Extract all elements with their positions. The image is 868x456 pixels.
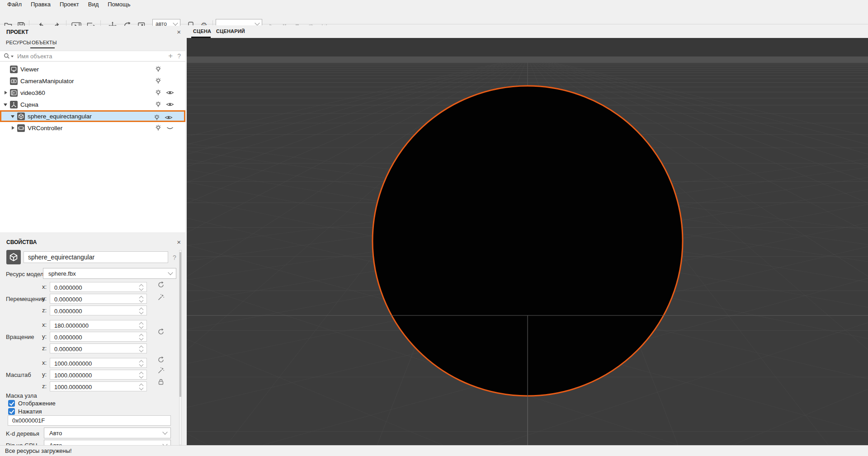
- expand-arrow-icon[interactable]: [11, 114, 15, 118]
- number-input[interactable]: [50, 370, 136, 380]
- kd-trees-select[interactable]: Авто: [44, 428, 171, 438]
- number-field[interactable]: [50, 381, 147, 391]
- eye-icon[interactable]: [165, 100, 175, 108]
- axis-label: x:: [42, 283, 47, 290]
- rig-gpu-label: Rig на GPU: [6, 442, 37, 445]
- spinner-control[interactable]: [139, 371, 144, 379]
- close-icon[interactable]: ×: [177, 28, 181, 36]
- tree-item-sphere_equirectangular[interactable]: sphere_equirectangular: [0, 110, 185, 122]
- number-input[interactable]: [50, 306, 136, 316]
- rig-gpu-value: Авто: [44, 442, 163, 446]
- expand-arrow-icon[interactable]: [11, 126, 15, 130]
- bulb-icon[interactable]: [154, 65, 163, 73]
- mask-hex-input[interactable]: [8, 417, 170, 424]
- mask-hex-field[interactable]: [8, 415, 171, 426]
- status-message: Все ресурсы загружены!: [0, 447, 72, 454]
- tree-item-video360[interactable]: video360: [0, 87, 185, 99]
- add-object-button[interactable]: +: [165, 52, 176, 61]
- spinner-control[interactable]: [139, 383, 144, 391]
- refresh-icon[interactable]: [156, 327, 165, 336]
- properties-panel: СВОЙСТВА × ? Ресурс модели sphere.fbx Пе…: [0, 236, 185, 445]
- viewport-tab-СЦЕНА[interactable]: СЦЕНА: [193, 28, 211, 34]
- number-input[interactable]: [50, 382, 136, 392]
- number-field[interactable]: [50, 306, 147, 315]
- bulb-icon[interactable]: [152, 113, 161, 122]
- scrollbar-thumb[interactable]: [179, 252, 181, 397]
- scene-3d-view[interactable]: [187, 38, 868, 445]
- number-input[interactable]: [50, 282, 136, 292]
- kd-trees-label: K-d деревья: [6, 430, 39, 437]
- scene-icon: [10, 101, 18, 108]
- axis-label: y:: [42, 295, 47, 302]
- bulb-icon[interactable]: [154, 89, 163, 97]
- number-field[interactable]: [50, 320, 147, 330]
- chevron-down-icon: [255, 20, 259, 25]
- refresh-icon[interactable]: [156, 355, 165, 364]
- spinner-control[interactable]: [139, 359, 144, 367]
- wand-icon[interactable]: [156, 366, 165, 375]
- tree-item-label: video360: [20, 89, 45, 96]
- number-field[interactable]: [50, 332, 147, 342]
- spinner-control[interactable]: [139, 307, 144, 315]
- tree-item-label: VRController: [28, 125, 62, 132]
- properties-scrollbar[interactable]: [179, 250, 182, 445]
- number-field[interactable]: [50, 294, 147, 304]
- spinner-control[interactable]: [139, 295, 144, 303]
- search-input[interactable]: [16, 52, 165, 60]
- tree-item-label: CameraManipulator: [20, 78, 74, 85]
- bulb-icon[interactable]: [154, 100, 163, 108]
- number-input[interactable]: [50, 294, 136, 304]
- number-field[interactable]: [50, 370, 147, 380]
- menu-item-1[interactable]: Правка: [26, 0, 55, 9]
- axis-label: z:: [42, 383, 47, 390]
- spinner-control[interactable]: [139, 333, 144, 341]
- menu-item-4[interactable]: Помощь: [103, 0, 135, 9]
- number-input[interactable]: [50, 344, 136, 354]
- name-help-button[interactable]: ?: [173, 254, 176, 261]
- tab-objects[interactable]: ОБЪЕКТЫ: [32, 40, 57, 45]
- help-button[interactable]: ?: [176, 52, 185, 60]
- lock-icon[interactable]: [156, 377, 165, 386]
- expand-arrow-icon[interactable]: [4, 102, 8, 107]
- viewport-tab-СЦЕНАРИЙ[interactable]: СЦЕНАРИЙ: [216, 28, 245, 34]
- tree-item-CameraManipulator[interactable]: CameraManipulator: [0, 75, 185, 87]
- number-field[interactable]: [50, 358, 147, 368]
- bulb-icon[interactable]: [154, 124, 163, 132]
- spinner-control[interactable]: [139, 283, 144, 291]
- number-field[interactable]: [50, 282, 147, 292]
- tree-item-label: Сцена: [20, 101, 38, 108]
- menu-item-0[interactable]: Файл: [3, 0, 26, 9]
- menu-item-2[interactable]: Проект: [55, 0, 84, 9]
- spinner-control[interactable]: [139, 321, 144, 329]
- number-input[interactable]: [50, 332, 136, 342]
- rig-gpu-select[interactable]: Авто: [44, 440, 171, 445]
- bulb-icon[interactable]: [154, 77, 163, 85]
- number-input[interactable]: [50, 320, 136, 330]
- node-name-input[interactable]: [24, 254, 168, 261]
- eye-icon[interactable]: [164, 113, 173, 122]
- close-icon[interactable]: ×: [177, 238, 181, 246]
- expand-arrow-icon[interactable]: [4, 90, 8, 95]
- tree-item-Viewer[interactable]: Viewer: [0, 63, 185, 75]
- click-checkbox[interactable]: [8, 408, 15, 415]
- display-checkbox[interactable]: [8, 400, 15, 407]
- eye-closed-icon[interactable]: [165, 124, 175, 132]
- tree-item-Сцена[interactable]: Сцена: [0, 99, 185, 110]
- tree-item-VRController[interactable]: VRController: [0, 122, 185, 134]
- chevron-down-icon: [173, 20, 178, 25]
- number-field[interactable]: [50, 343, 147, 353]
- viewport: СЦЕНАСЦЕНАРИЙ: [187, 25, 868, 445]
- click-checkbox-label: Нажатия: [18, 408, 42, 415]
- spinner-control[interactable]: [139, 345, 144, 353]
- tab-resources[interactable]: РЕСУРСЫ: [6, 40, 31, 45]
- search-filter-caret[interactable]: [11, 56, 14, 57]
- active-tab-underline: [30, 47, 55, 48]
- node-name-field[interactable]: [24, 251, 168, 263]
- number-input[interactable]: [50, 358, 136, 368]
- menu-item-3[interactable]: Вид: [84, 0, 104, 9]
- expand-arrow-icon: [4, 79, 8, 83]
- eye-icon[interactable]: [165, 89, 175, 97]
- model-resource-select[interactable]: sphere.fbx: [43, 268, 176, 279]
- wand-icon[interactable]: [156, 293, 165, 302]
- refresh-icon[interactable]: [156, 280, 165, 289]
